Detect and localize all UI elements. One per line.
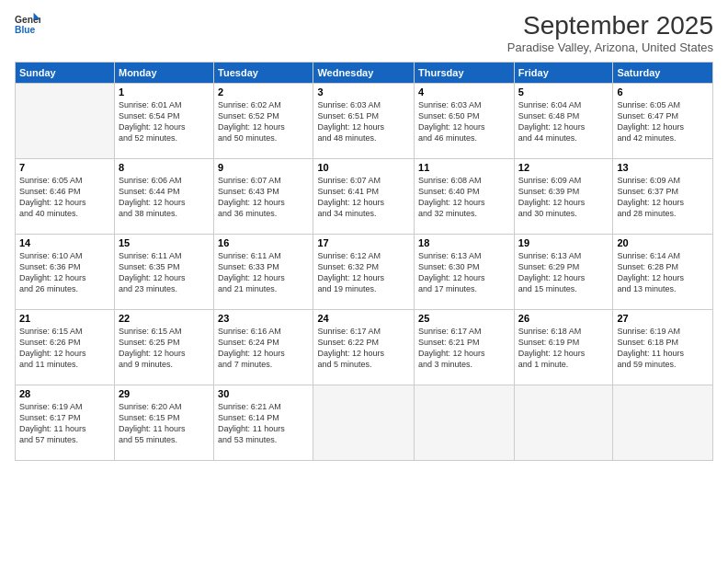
day-number: 18	[418, 237, 510, 248]
week-row-2: 14Sunrise: 6:10 AM Sunset: 6:36 PM Dayli…	[16, 235, 713, 310]
day-info: Sunrise: 6:20 AM Sunset: 6:15 PM Dayligh…	[119, 401, 210, 446]
day-number: 25	[418, 313, 510, 324]
day-number: 28	[19, 388, 110, 399]
day-info: Sunrise: 6:02 AM Sunset: 6:52 PM Dayligh…	[218, 99, 309, 144]
day-cell: 23Sunrise: 6:16 AM Sunset: 6:24 PM Dayli…	[214, 310, 313, 385]
day-number: 14	[19, 237, 110, 248]
day-info: Sunrise: 6:15 AM Sunset: 6:25 PM Dayligh…	[119, 326, 210, 371]
day-cell: 25Sunrise: 6:17 AM Sunset: 6:21 PM Dayli…	[415, 310, 515, 385]
day-cell: 8Sunrise: 6:06 AM Sunset: 6:44 PM Daylig…	[114, 159, 213, 235]
day-cell: 13Sunrise: 6:09 AM Sunset: 6:37 PM Dayli…	[613, 159, 713, 235]
day-number: 3	[317, 86, 410, 98]
day-cell: 15Sunrise: 6:11 AM Sunset: 6:35 PM Dayli…	[114, 235, 213, 310]
day-info: Sunrise: 6:17 AM Sunset: 6:22 PM Dayligh…	[317, 326, 410, 371]
day-number: 23	[218, 313, 309, 324]
day-cell	[514, 385, 613, 461]
day-info: Sunrise: 6:07 AM Sunset: 6:43 PM Dayligh…	[218, 175, 309, 220]
calendar-table: Sunday Monday Tuesday Wednesday Thursday…	[15, 62, 713, 461]
day-cell: 11Sunrise: 6:08 AM Sunset: 6:40 PM Dayli…	[415, 159, 515, 235]
day-number: 26	[518, 313, 609, 324]
day-number: 27	[617, 313, 709, 324]
day-cell: 2Sunrise: 6:02 AM Sunset: 6:52 PM Daylig…	[214, 84, 313, 159]
day-number: 19	[518, 237, 609, 248]
day-info: Sunrise: 6:03 AM Sunset: 6:50 PM Dayligh…	[418, 99, 510, 144]
day-info: Sunrise: 6:19 AM Sunset: 6:18 PM Dayligh…	[617, 326, 709, 371]
day-cell: 14Sunrise: 6:10 AM Sunset: 6:36 PM Dayli…	[16, 235, 115, 310]
day-number: 2	[218, 86, 309, 98]
day-info: Sunrise: 6:15 AM Sunset: 6:26 PM Dayligh…	[19, 326, 110, 371]
logo-icon: General Blue	[15, 11, 40, 37]
day-cell: 30Sunrise: 6:21 AM Sunset: 6:14 PM Dayli…	[214, 385, 313, 461]
day-cell: 9Sunrise: 6:07 AM Sunset: 6:43 PM Daylig…	[214, 159, 313, 235]
day-info: Sunrise: 6:14 AM Sunset: 6:28 PM Dayligh…	[617, 250, 709, 295]
day-cell: 1Sunrise: 6:01 AM Sunset: 6:54 PM Daylig…	[114, 84, 213, 159]
col-tuesday: Tuesday	[214, 63, 313, 84]
day-info: Sunrise: 6:11 AM Sunset: 6:33 PM Dayligh…	[218, 250, 309, 295]
day-number: 1	[119, 86, 210, 98]
day-info: Sunrise: 6:11 AM Sunset: 6:35 PM Dayligh…	[119, 250, 210, 295]
day-number: 29	[119, 388, 210, 399]
day-cell: 12Sunrise: 6:09 AM Sunset: 6:39 PM Dayli…	[514, 159, 613, 235]
day-info: Sunrise: 6:21 AM Sunset: 6:14 PM Dayligh…	[218, 401, 309, 446]
day-cell: 20Sunrise: 6:14 AM Sunset: 6:28 PM Dayli…	[613, 235, 713, 310]
day-cell: 22Sunrise: 6:15 AM Sunset: 6:25 PM Dayli…	[114, 310, 213, 385]
day-info: Sunrise: 6:05 AM Sunset: 6:47 PM Dayligh…	[617, 99, 709, 144]
day-cell: 4Sunrise: 6:03 AM Sunset: 6:50 PM Daylig…	[415, 84, 515, 159]
col-monday: Monday	[114, 63, 213, 84]
day-cell: 6Sunrise: 6:05 AM Sunset: 6:47 PM Daylig…	[613, 84, 713, 159]
header: General Blue September 2025 Paradise Val…	[15, 11, 713, 54]
day-info: Sunrise: 6:17 AM Sunset: 6:21 PM Dayligh…	[418, 326, 510, 371]
day-info: Sunrise: 6:03 AM Sunset: 6:51 PM Dayligh…	[317, 99, 410, 144]
location: Paradise Valley, Arizona, United States	[507, 40, 713, 54]
day-cell: 28Sunrise: 6:19 AM Sunset: 6:17 PM Dayli…	[16, 385, 115, 461]
day-number: 5	[518, 86, 609, 98]
day-number: 8	[119, 162, 210, 173]
logo: General Blue	[15, 11, 40, 37]
day-cell: 17Sunrise: 6:12 AM Sunset: 6:32 PM Dayli…	[313, 235, 415, 310]
day-number: 10	[317, 162, 410, 173]
day-number: 6	[617, 86, 709, 98]
col-wednesday: Wednesday	[313, 63, 415, 84]
day-cell: 27Sunrise: 6:19 AM Sunset: 6:18 PM Dayli…	[613, 310, 713, 385]
col-saturday: Saturday	[613, 63, 713, 84]
day-number: 22	[119, 313, 210, 324]
svg-text:Blue: Blue	[15, 25, 36, 35]
day-info: Sunrise: 6:07 AM Sunset: 6:41 PM Dayligh…	[317, 175, 410, 220]
day-info: Sunrise: 6:16 AM Sunset: 6:24 PM Dayligh…	[218, 326, 309, 371]
day-cell: 24Sunrise: 6:17 AM Sunset: 6:22 PM Dayli…	[313, 310, 415, 385]
col-thursday: Thursday	[415, 63, 515, 84]
week-row-3: 21Sunrise: 6:15 AM Sunset: 6:26 PM Dayli…	[16, 310, 713, 385]
day-cell	[16, 84, 115, 159]
day-info: Sunrise: 6:19 AM Sunset: 6:17 PM Dayligh…	[19, 401, 110, 446]
day-number: 4	[418, 86, 510, 98]
day-cell: 21Sunrise: 6:15 AM Sunset: 6:26 PM Dayli…	[16, 310, 115, 385]
day-cell: 3Sunrise: 6:03 AM Sunset: 6:51 PM Daylig…	[313, 84, 415, 159]
day-number: 11	[418, 162, 510, 173]
day-cell: 10Sunrise: 6:07 AM Sunset: 6:41 PM Dayli…	[313, 159, 415, 235]
day-info: Sunrise: 6:08 AM Sunset: 6:40 PM Dayligh…	[418, 175, 510, 220]
day-info: Sunrise: 6:12 AM Sunset: 6:32 PM Dayligh…	[317, 250, 410, 295]
day-info: Sunrise: 6:10 AM Sunset: 6:36 PM Dayligh…	[19, 250, 110, 295]
day-cell: 26Sunrise: 6:18 AM Sunset: 6:19 PM Dayli…	[514, 310, 613, 385]
month-title: September 2025	[507, 11, 713, 40]
day-cell: 18Sunrise: 6:13 AM Sunset: 6:30 PM Dayli…	[415, 235, 515, 310]
day-info: Sunrise: 6:09 AM Sunset: 6:37 PM Dayligh…	[617, 175, 709, 220]
day-cell: 5Sunrise: 6:04 AM Sunset: 6:48 PM Daylig…	[514, 84, 613, 159]
day-cell: 16Sunrise: 6:11 AM Sunset: 6:33 PM Dayli…	[214, 235, 313, 310]
day-number: 17	[317, 237, 410, 248]
day-info: Sunrise: 6:04 AM Sunset: 6:48 PM Dayligh…	[518, 99, 609, 144]
day-cell	[613, 385, 713, 461]
day-number: 15	[119, 237, 210, 248]
col-friday: Friday	[514, 63, 613, 84]
day-number: 9	[218, 162, 309, 173]
day-info: Sunrise: 6:09 AM Sunset: 6:39 PM Dayligh…	[518, 175, 609, 220]
day-info: Sunrise: 6:18 AM Sunset: 6:19 PM Dayligh…	[518, 326, 609, 371]
day-info: Sunrise: 6:01 AM Sunset: 6:54 PM Dayligh…	[119, 99, 210, 144]
day-info: Sunrise: 6:06 AM Sunset: 6:44 PM Dayligh…	[119, 175, 210, 220]
week-row-1: 7Sunrise: 6:05 AM Sunset: 6:46 PM Daylig…	[16, 159, 713, 235]
day-number: 24	[317, 313, 410, 324]
col-sunday: Sunday	[16, 63, 115, 84]
title-block: September 2025 Paradise Valley, Arizona,…	[507, 11, 713, 54]
week-row-4: 28Sunrise: 6:19 AM Sunset: 6:17 PM Dayli…	[16, 385, 713, 461]
day-info: Sunrise: 6:05 AM Sunset: 6:46 PM Dayligh…	[19, 175, 110, 220]
